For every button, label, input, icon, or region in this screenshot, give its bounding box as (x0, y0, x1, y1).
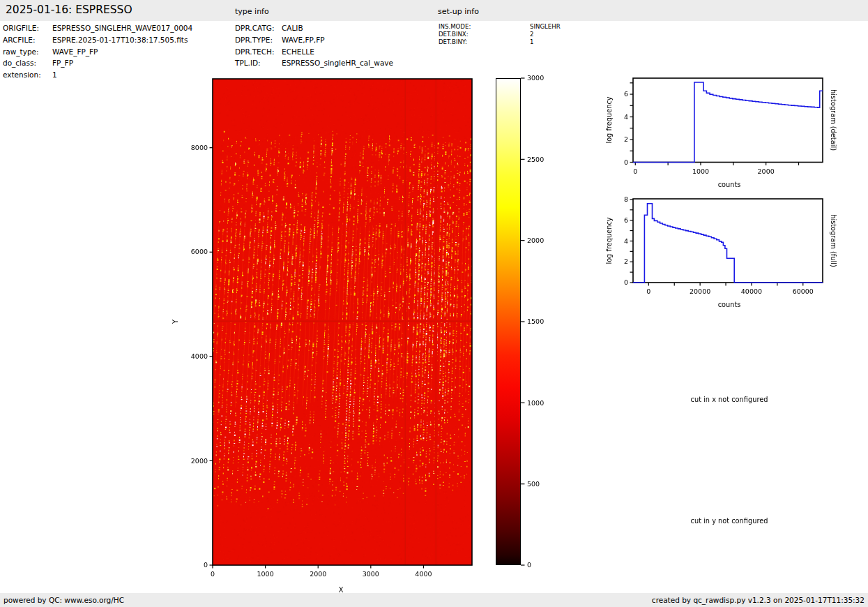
qc-report-page: { "header": { "title": "2025-01-16: ESPR… (0, 0, 868, 607)
svg-text:3000: 3000 (363, 570, 379, 578)
svg-text:1000: 1000 (527, 399, 544, 407)
svg-text:2000: 2000 (191, 457, 208, 465)
info-label: DET.BINY: (439, 38, 530, 46)
info-row: DET.BINY:1 (439, 38, 561, 46)
svg-text:6: 6 (624, 216, 628, 224)
hist-detail-x-label: counts (718, 181, 741, 188)
svg-text:2000: 2000 (758, 167, 775, 175)
svg-text:2000: 2000 (527, 237, 544, 244)
main-y-axis-label: Y (172, 320, 179, 324)
hist-full-y-label: log frequency (605, 217, 613, 264)
info-value: FP_FP (52, 59, 73, 67)
hist-detail-right-label: histogram (detail) (830, 89, 837, 151)
info-row: TPL.ID:ESPRESSO_singleHR_cal_wave (235, 57, 393, 69)
file-info-block: ORIGFILE:ESPRESSO_SINGLEHR_WAVE017_0004 … (3, 22, 192, 81)
svg-text:4000: 4000 (415, 570, 432, 578)
svg-text:2: 2 (624, 135, 628, 143)
info-label: ARCFILE: (3, 34, 52, 46)
info-label: INS.MODE: (439, 23, 530, 31)
info-label: extension: (3, 69, 52, 81)
svg-text:60000: 60000 (793, 287, 814, 295)
footer-left-text: powered by QC: www.eso.org/HC (3, 593, 124, 607)
info-value: 2 (530, 31, 533, 38)
svg-text:4: 4 (624, 237, 628, 245)
info-value: 1 (530, 38, 533, 45)
info-value: ESPRESSO_SINGLEHR_WAVE017_0004 (52, 24, 192, 32)
message-cut-x: cut in x not configured (691, 396, 768, 403)
info-row: ARCFILE:ESPRE.2025-01-17T10:38:17.505.fi… (3, 34, 192, 46)
info-label: do_class: (3, 57, 52, 69)
svg-text:2000: 2000 (310, 570, 326, 578)
info-label: TPL.ID: (235, 57, 282, 69)
svg-text:6: 6 (624, 90, 628, 98)
svg-text:0: 0 (204, 561, 208, 569)
top-bar: 2025-01-16: ESPRESSO type info set-up in… (0, 0, 868, 21)
info-label: raw_type: (3, 46, 52, 58)
svg-text:4: 4 (624, 113, 628, 121)
hist-full-right-label: histogram (full) (830, 214, 837, 267)
svg-text:8: 8 (624, 195, 628, 203)
info-row: INS.MODE:SINGLEHR (439, 23, 561, 31)
main-x-axis-label: X (339, 586, 344, 594)
svg-text:4000: 4000 (191, 352, 208, 360)
svg-text:2500: 2500 (527, 156, 544, 163)
svg-text:0: 0 (211, 570, 215, 578)
info-row: DPR.TECH:ECHELLE (235, 46, 393, 58)
svg-text:8000: 8000 (191, 144, 208, 151)
svg-text:1000: 1000 (692, 167, 709, 175)
info-value: SINGLEHR (530, 23, 561, 30)
svg-text:0: 0 (646, 287, 650, 295)
info-label: DPR.TYPE: (235, 34, 282, 46)
type-info-heading: type info (235, 7, 269, 16)
info-row: extension:1 (3, 69, 192, 81)
info-label: DPR.CATG: (235, 22, 282, 34)
hist-detail-y-label: log frequency (605, 96, 613, 143)
page-title: 2025-01-16: ESPRESSO (6, 3, 132, 16)
hist-full-x-label: counts (718, 301, 741, 308)
svg-text:500: 500 (527, 480, 540, 488)
svg-text:3000: 3000 (527, 74, 544, 82)
svg-text:20000: 20000 (690, 287, 710, 295)
info-row: raw_type:WAVE_FP_FP (3, 46, 192, 58)
footer-right-text: created by qc_rawdisp.py v1.2.3 on 2025-… (652, 593, 865, 607)
svg-text:1000: 1000 (257, 570, 274, 578)
info-value: ESPRESSO_singleHR_cal_wave (282, 59, 393, 67)
svg-text:2: 2 (624, 257, 628, 265)
setup-info-heading: set-up info (438, 7, 479, 16)
info-value: ECHELLE (282, 47, 314, 56)
message-cut-y: cut in y not configured (691, 517, 768, 525)
info-label: DET.BINX: (439, 31, 530, 38)
svg-text:1500: 1500 (527, 317, 544, 325)
info-label: DPR.TECH: (235, 46, 282, 58)
info-value: WAVE,FP,FP (282, 36, 325, 44)
info-value: WAVE_FP_FP (52, 47, 98, 56)
colorbar (496, 78, 521, 565)
info-row: do_class:FP_FP (3, 57, 192, 69)
footer-bar: powered by QC: www.eso.org/HC created by… (0, 593, 868, 607)
info-row: DET.BINX:2 (439, 31, 561, 38)
svg-text:0: 0 (624, 158, 628, 166)
svg-text:0: 0 (624, 278, 628, 286)
info-row: DPR.CATG:CALIB (235, 22, 393, 34)
info-value: 1 (52, 70, 57, 79)
info-label: ORIGFILE: (3, 22, 52, 34)
svg-text:0: 0 (633, 167, 637, 175)
svg-text:40000: 40000 (741, 287, 762, 295)
info-value: ESPRE.2025-01-17T10:38:17.505.fits (52, 36, 188, 44)
svg-text:0: 0 (527, 561, 531, 569)
info-row: ORIGFILE:ESPRESSO_SINGLEHR_WAVE017_0004 (3, 22, 192, 34)
raw-frame-image (213, 79, 472, 565)
info-row: DPR.TYPE:WAVE,FP,FP (235, 34, 393, 46)
setup-info-block: INS.MODE:SINGLEHR DET.BINX:2 DET.BINY:1 (439, 23, 561, 47)
info-value: CALIB (282, 24, 303, 32)
svg-text:6000: 6000 (191, 248, 208, 255)
type-info-block: DPR.CATG:CALIB DPR.TYPE:WAVE,FP,FP DPR.T… (235, 22, 393, 69)
